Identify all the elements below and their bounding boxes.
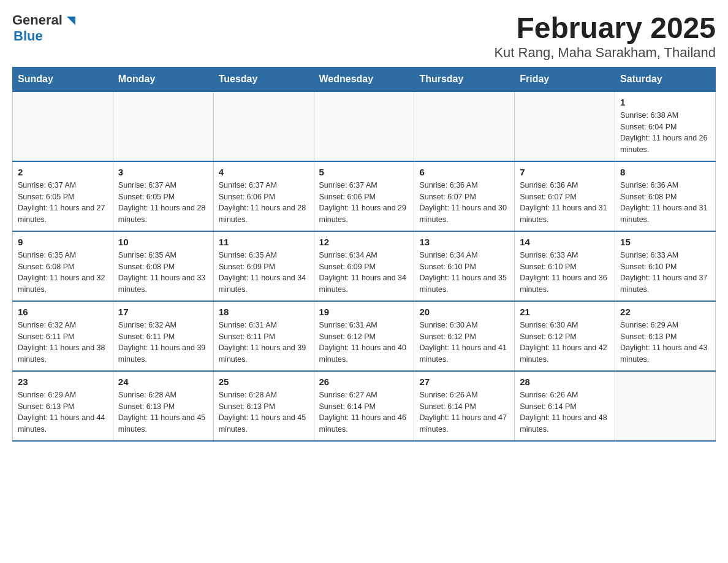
day-info: Sunrise: 6:31 AMSunset: 6:11 PMDaylight:…	[219, 320, 309, 366]
table-row: 26Sunrise: 6:27 AMSunset: 6:14 PMDayligh…	[314, 371, 414, 441]
day-info: Sunrise: 6:30 AMSunset: 6:12 PMDaylight:…	[520, 320, 610, 366]
table-row: 4Sunrise: 6:37 AMSunset: 6:06 PMDaylight…	[213, 161, 314, 231]
table-row	[213, 91, 314, 161]
day-info: Sunrise: 6:36 AMSunset: 6:08 PMDaylight:…	[620, 180, 710, 226]
table-row: 5Sunrise: 6:37 AMSunset: 6:06 PMDaylight…	[314, 161, 414, 231]
table-row	[13, 91, 113, 161]
day-number: 9	[18, 237, 108, 247]
day-number: 22	[620, 307, 710, 317]
day-number: 1	[620, 97, 710, 107]
day-number: 5	[319, 167, 409, 177]
table-row: 20Sunrise: 6:30 AMSunset: 6:12 PMDayligh…	[414, 301, 515, 371]
day-info: Sunrise: 6:31 AMSunset: 6:12 PMDaylight:…	[319, 320, 409, 366]
page-header: General Blue February 2025 Kut Rang, Mah…	[12, 12, 716, 61]
table-row: 12Sunrise: 6:34 AMSunset: 6:09 PMDayligh…	[314, 231, 414, 301]
day-number: 26	[319, 377, 409, 387]
day-info: Sunrise: 6:26 AMSunset: 6:14 PMDaylight:…	[520, 389, 610, 435]
day-info: Sunrise: 6:33 AMSunset: 6:10 PMDaylight:…	[620, 250, 710, 296]
table-row	[515, 91, 615, 161]
col-saturday: Saturday	[615, 67, 716, 91]
day-number: 25	[219, 377, 309, 387]
calendar-subtitle: Kut Rang, Maha Sarakham, Thailand	[494, 45, 716, 61]
svg-marker-0	[67, 17, 75, 25]
logo-general: General	[12, 12, 63, 28]
calendar-table: Sunday Monday Tuesday Wednesday Thursday…	[12, 67, 716, 442]
day-info: Sunrise: 6:36 AMSunset: 6:07 PMDaylight:…	[520, 180, 610, 226]
day-number: 27	[419, 377, 509, 387]
table-row: 25Sunrise: 6:28 AMSunset: 6:13 PMDayligh…	[213, 371, 314, 441]
table-row	[615, 371, 716, 441]
day-number: 10	[118, 237, 208, 247]
calendar-week-row: 1Sunrise: 6:38 AMSunset: 6:04 PMDaylight…	[13, 91, 716, 161]
table-row: 21Sunrise: 6:30 AMSunset: 6:12 PMDayligh…	[515, 301, 615, 371]
day-info: Sunrise: 6:37 AMSunset: 6:05 PMDaylight:…	[18, 180, 108, 226]
day-number: 7	[520, 167, 610, 177]
logo: General Blue	[12, 12, 78, 44]
table-row: 7Sunrise: 6:36 AMSunset: 6:07 PMDaylight…	[515, 161, 615, 231]
day-info: Sunrise: 6:37 AMSunset: 6:05 PMDaylight:…	[118, 180, 208, 226]
table-row: 18Sunrise: 6:31 AMSunset: 6:11 PMDayligh…	[213, 301, 314, 371]
table-row: 28Sunrise: 6:26 AMSunset: 6:14 PMDayligh…	[515, 371, 615, 441]
table-row: 23Sunrise: 6:29 AMSunset: 6:13 PMDayligh…	[13, 371, 113, 441]
day-number: 8	[620, 167, 710, 177]
table-row: 2Sunrise: 6:37 AMSunset: 6:05 PMDaylight…	[13, 161, 113, 231]
day-number: 20	[419, 307, 509, 317]
day-info: Sunrise: 6:29 AMSunset: 6:13 PMDaylight:…	[18, 389, 108, 435]
day-number: 24	[118, 377, 208, 387]
table-row	[414, 91, 515, 161]
logo-blue: Blue	[13, 28, 43, 44]
table-row: 16Sunrise: 6:32 AMSunset: 6:11 PMDayligh…	[13, 301, 113, 371]
day-number: 14	[520, 237, 610, 247]
day-number: 13	[419, 237, 509, 247]
day-info: Sunrise: 6:33 AMSunset: 6:10 PMDaylight:…	[520, 250, 610, 296]
table-row	[113, 91, 213, 161]
table-row: 9Sunrise: 6:35 AMSunset: 6:08 PMDaylight…	[13, 231, 113, 301]
day-info: Sunrise: 6:35 AMSunset: 6:08 PMDaylight:…	[18, 250, 108, 296]
table-row: 1Sunrise: 6:38 AMSunset: 6:04 PMDaylight…	[615, 91, 716, 161]
logo-triangle-icon	[64, 14, 78, 28]
day-number: 16	[18, 307, 108, 317]
day-number: 4	[219, 167, 309, 177]
day-number: 11	[219, 237, 309, 247]
day-number: 3	[118, 167, 208, 177]
day-number: 19	[319, 307, 409, 317]
table-row: 13Sunrise: 6:34 AMSunset: 6:10 PMDayligh…	[414, 231, 515, 301]
day-number: 21	[520, 307, 610, 317]
day-info: Sunrise: 6:37 AMSunset: 6:06 PMDaylight:…	[219, 180, 309, 226]
calendar-header-row: Sunday Monday Tuesday Wednesday Thursday…	[13, 67, 716, 91]
day-info: Sunrise: 6:32 AMSunset: 6:11 PMDaylight:…	[18, 320, 108, 366]
title-block: February 2025 Kut Rang, Maha Sarakham, T…	[494, 12, 716, 61]
day-number: 2	[18, 167, 108, 177]
day-info: Sunrise: 6:28 AMSunset: 6:13 PMDaylight:…	[118, 389, 208, 435]
col-monday: Monday	[113, 67, 213, 91]
day-info: Sunrise: 6:32 AMSunset: 6:11 PMDaylight:…	[118, 320, 208, 366]
table-row: 19Sunrise: 6:31 AMSunset: 6:12 PMDayligh…	[314, 301, 414, 371]
day-info: Sunrise: 6:37 AMSunset: 6:06 PMDaylight:…	[319, 180, 409, 226]
day-info: Sunrise: 6:34 AMSunset: 6:09 PMDaylight:…	[319, 250, 409, 296]
day-info: Sunrise: 6:28 AMSunset: 6:13 PMDaylight:…	[219, 389, 309, 435]
table-row: 27Sunrise: 6:26 AMSunset: 6:14 PMDayligh…	[414, 371, 515, 441]
col-tuesday: Tuesday	[213, 67, 314, 91]
calendar-week-row: 2Sunrise: 6:37 AMSunset: 6:05 PMDaylight…	[13, 161, 716, 231]
day-number: 28	[520, 377, 610, 387]
calendar-week-row: 16Sunrise: 6:32 AMSunset: 6:11 PMDayligh…	[13, 301, 716, 371]
col-sunday: Sunday	[13, 67, 113, 91]
table-row: 24Sunrise: 6:28 AMSunset: 6:13 PMDayligh…	[113, 371, 213, 441]
table-row: 15Sunrise: 6:33 AMSunset: 6:10 PMDayligh…	[615, 231, 716, 301]
day-number: 23	[18, 377, 108, 387]
day-info: Sunrise: 6:27 AMSunset: 6:14 PMDaylight:…	[319, 389, 409, 435]
calendar-title: February 2025	[494, 12, 716, 45]
day-number: 17	[118, 307, 208, 317]
day-info: Sunrise: 6:35 AMSunset: 6:08 PMDaylight:…	[118, 250, 208, 296]
table-row: 10Sunrise: 6:35 AMSunset: 6:08 PMDayligh…	[113, 231, 213, 301]
day-info: Sunrise: 6:34 AMSunset: 6:10 PMDaylight:…	[419, 250, 509, 296]
col-friday: Friday	[515, 67, 615, 91]
day-info: Sunrise: 6:38 AMSunset: 6:04 PMDaylight:…	[620, 110, 710, 156]
calendar-week-row: 9Sunrise: 6:35 AMSunset: 6:08 PMDaylight…	[13, 231, 716, 301]
day-number: 18	[219, 307, 309, 317]
day-number: 6	[419, 167, 509, 177]
day-number: 15	[620, 237, 710, 247]
col-thursday: Thursday	[414, 67, 515, 91]
day-info: Sunrise: 6:26 AMSunset: 6:14 PMDaylight:…	[419, 389, 509, 435]
day-number: 12	[319, 237, 409, 247]
